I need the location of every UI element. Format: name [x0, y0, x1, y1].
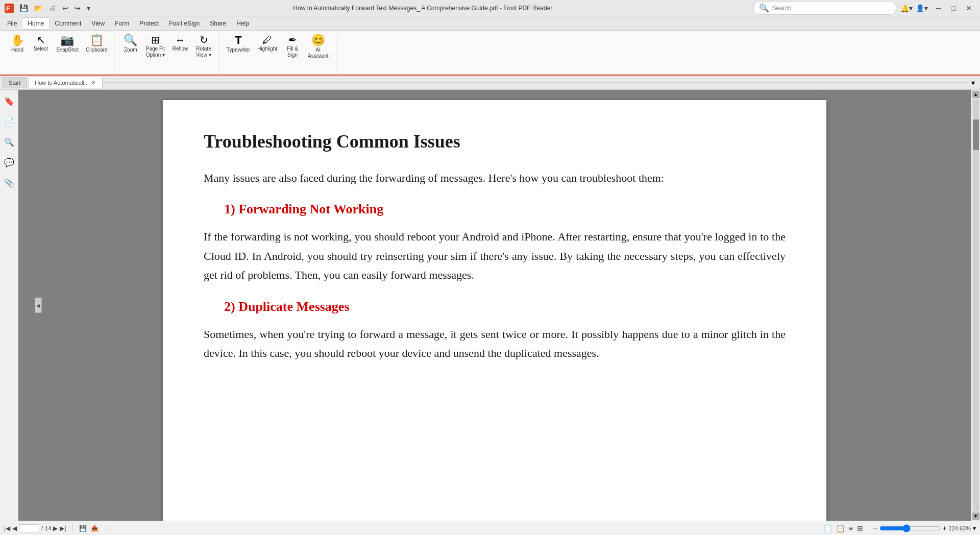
reflow-icon: ↔ [175, 35, 185, 45]
hand-tool[interactable]: ✋ Hand [6, 33, 29, 55]
tabs-bar: Start How to Automaticall... ✕ ▾ [0, 76, 980, 90]
menu-file[interactable]: File [2, 18, 22, 29]
tab-document[interactable]: How to Automaticall... ✕ [28, 77, 103, 88]
sidebar-attachments[interactable]: 📎 [2, 176, 16, 190]
scroll-track[interactable] [973, 99, 979, 512]
minimize-button[interactable]: ─ [932, 2, 945, 14]
pdf-intro: Many issues are also faced during the fo… [204, 168, 786, 187]
quick-access-toolbar: 💾 📂 🖨 ↩ ↪ ▾ [17, 3, 92, 13]
zoom-out-button[interactable]: − [873, 524, 877, 532]
share-status-button[interactable]: 📤 [91, 525, 99, 532]
typewriter-icon: T [235, 35, 241, 46]
clipboard-tool[interactable]: 📋 Clipboard [83, 33, 111, 55]
open-button[interactable]: 📂 [32, 3, 45, 13]
current-page-input[interactable]: 11 [19, 524, 39, 532]
two-page-button[interactable]: 📋 [835, 524, 846, 533]
facing-button[interactable]: ⊞ [855, 524, 865, 533]
rotate-label: RotateView ▾ [196, 46, 211, 58]
zoom-tool[interactable]: 🔍 Zoom [119, 33, 142, 55]
rotate-tool[interactable]: ↻ RotateView ▾ [192, 33, 215, 60]
zoom-in-button[interactable]: + [943, 524, 947, 532]
svg-text:F: F [6, 5, 10, 12]
snapshot-tool[interactable]: 📷 SnapShot [53, 33, 82, 55]
sidebar-search-icon: 🔍 [4, 137, 14, 147]
titlebar: F 💾 📂 🖨 ↩ ↪ ▾ How to Automatically Forwa… [0, 0, 980, 16]
search-input[interactable] [772, 5, 885, 12]
undo-button[interactable]: ↩ [60, 3, 70, 13]
menu-comment[interactable]: Comment [50, 18, 86, 29]
prev-page-button[interactable]: ◀ [12, 525, 17, 532]
customize-button[interactable]: ▾ [85, 3, 92, 13]
redo-button[interactable]: ↪ [72, 3, 83, 13]
tab-start-label: Start [9, 80, 20, 86]
fill-sign-tool[interactable]: ✒ Fill &Sign [281, 33, 304, 60]
typewriter-tool[interactable]: T Typewriter [224, 33, 253, 55]
save-button[interactable]: 💾 [17, 3, 30, 13]
snapshot-label: SnapShot [56, 47, 79, 53]
sidebar-pages[interactable]: 📄 [2, 114, 16, 129]
save-as-button[interactable]: 💾 [79, 525, 87, 532]
notification-button[interactable]: 🔔▾ [900, 4, 913, 12]
ribbon-navigation-group: ✋ Hand ↖ Select 📷 SnapShot 📋 Clipboard [4, 33, 115, 74]
hand-label: Hand [11, 47, 23, 53]
statusbar-separator-3 [869, 524, 869, 532]
zoom-slider[interactable] [879, 524, 941, 532]
titlebar-search[interactable]: 🔍 [753, 1, 896, 15]
section1-number: 1) [224, 202, 238, 216]
sidebar-bookmarks[interactable]: 🔖 [2, 94, 16, 108]
menu-foxit-esign[interactable]: Foxit eSign [164, 18, 205, 29]
reflow-tool[interactable]: ↔ Reflow [169, 33, 191, 54]
single-page-button[interactable]: 📄 [822, 524, 834, 533]
sidebar-search[interactable]: 🔍 [2, 135, 16, 149]
menu-form[interactable]: Form [110, 18, 134, 29]
continuous-button[interactable]: ≡ [847, 524, 854, 533]
ai-label: AIAssistant [308, 47, 329, 59]
menu-help[interactable]: Help [231, 18, 254, 29]
fill-sign-icon: ✒ [288, 35, 297, 45]
select-icon: ↖ [37, 35, 45, 45]
next-page-button[interactable]: ▶ [53, 525, 58, 532]
sidebar-comments[interactable]: 💬 [2, 155, 16, 169]
scroll-up-button[interactable]: ▲ [972, 91, 979, 98]
tabs-dropdown-button[interactable]: ▾ [968, 78, 978, 88]
menu-protect[interactable]: Protect [134, 18, 164, 29]
ribbon: ✋ Hand ↖ Select 📷 SnapShot 📋 Clipboard 🔍… [0, 31, 980, 76]
sidebar-collapse-button[interactable]: ◀ [35, 298, 42, 313]
print-button[interactable]: 🖨 [47, 3, 58, 13]
account-button[interactable]: 👤▾ [916, 4, 928, 12]
highlight-icon: 🖊 [262, 35, 273, 45]
pdf-page: Troubleshooting Common Issues Many issue… [163, 100, 826, 521]
menu-share[interactable]: Share [205, 18, 231, 29]
ribbon-view-tools: 🔍 Zoom ⊞ Page FitOption ▾ ↔ Reflow ↻ Rot… [119, 33, 215, 74]
tab-close-button[interactable]: ✕ [91, 79, 96, 86]
clipboard-icon: 📋 [90, 35, 104, 46]
scroll-down-button[interactable]: ▼ [972, 513, 979, 520]
page-separator: / [41, 525, 43, 531]
tab-start[interactable]: Start [2, 77, 27, 88]
menu-view[interactable]: View [86, 18, 110, 29]
zoom-icon: 🔍 [124, 35, 137, 46]
page-fit-tool[interactable]: ⊞ Page FitOption ▾ [143, 33, 168, 60]
tab-doc-label: How to Automaticall... [35, 80, 89, 86]
pdf-heading: Troubleshooting Common Issues [204, 131, 786, 152]
menu-home[interactable]: Home [22, 17, 50, 30]
rotate-icon: ↻ [200, 35, 208, 45]
ai-assistant-tool[interactable]: 😊 AIAssistant [305, 33, 332, 61]
pdf-section1-heading: 1) Forwarding Not Working [224, 202, 786, 217]
zoom-dropdown-button[interactable]: ▾ [973, 525, 976, 532]
comments-icon: 💬 [4, 158, 14, 167]
search-icon: 🔍 [759, 3, 769, 13]
scroll-thumb[interactable] [973, 119, 979, 150]
highlight-tool[interactable]: 🖊 Highlight [254, 33, 280, 54]
page-navigation: |◀ ◀ 11 / 14 ▶ ▶| [4, 524, 66, 532]
ribbon-annotation-tools: T Typewriter 🖊 Highlight ✒ Fill &Sign 😊 … [224, 33, 332, 74]
maximize-button[interactable]: □ [947, 2, 960, 14]
close-button[interactable]: ✕ [962, 2, 976, 14]
last-page-button[interactable]: ▶| [60, 525, 66, 532]
window-controls: ─ □ ✕ [932, 2, 976, 14]
ai-icon: 😊 [311, 35, 325, 46]
right-scrollbar[interactable]: ▲ ▼ [971, 90, 980, 521]
select-tool[interactable]: ↖ Select [30, 33, 52, 54]
view-mode-buttons: 📄 📋 ≡ ⊞ [822, 524, 865, 533]
first-page-button[interactable]: |◀ [4, 525, 10, 532]
